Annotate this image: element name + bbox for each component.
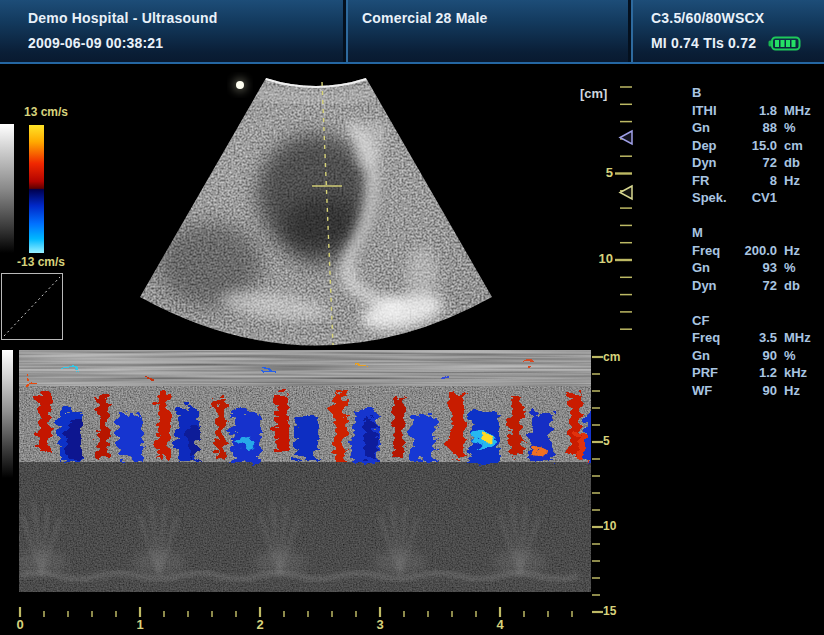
- param-label: Gn: [692, 119, 739, 137]
- param-row: ITHI 1.8 MHz: [692, 102, 820, 120]
- param-value: 90: [739, 382, 777, 400]
- velocity-min-label: -13 cm/s: [17, 255, 65, 269]
- battery-level-icon: [768, 36, 801, 51]
- focus-marker-icon[interactable]: [620, 131, 632, 144]
- param-section-b: B ITHI 1.8 MHz Gn 88 %: [692, 84, 820, 207]
- param-label: Dyn: [692, 277, 739, 295]
- param-section-title: CF: [692, 312, 820, 330]
- param-unit: %: [784, 347, 796, 365]
- param-label: Gn: [692, 259, 739, 277]
- gray-curve-box: [1, 273, 63, 340]
- param-row: Dyn 72 db: [692, 277, 820, 295]
- param-unit: %: [784, 259, 796, 277]
- param-section-cf: CF Freq 3.5 MHz Gn 90 %: [692, 312, 820, 400]
- param-value: 8: [739, 172, 777, 190]
- param-section-title: B: [692, 84, 820, 102]
- param-label: Gn: [692, 347, 739, 365]
- header-bar: Demo Hospital - Ultrasound 2009-06-09 00…: [0, 0, 824, 64]
- param-label: Dep: [692, 137, 739, 155]
- param-label: Spek.: [692, 189, 739, 207]
- time-axis: [0, 606, 600, 620]
- param-row: Freq 3.5 MHz: [692, 329, 820, 347]
- param-unit: Hz: [784, 382, 800, 400]
- orientation-marker-dot: [233, 78, 247, 92]
- mmode-depth-axis: [590, 348, 618, 620]
- param-row: Dep 15.0 cm: [692, 137, 820, 155]
- param-unit: MHz: [784, 102, 811, 120]
- bmode-ruler-label-5: 5: [588, 165, 613, 180]
- time-label-2: 2: [252, 617, 268, 632]
- param-unit: kHz: [784, 364, 807, 382]
- param-value: CV1: [739, 189, 777, 207]
- header-section-patient: Comercial 28 Male: [343, 0, 628, 62]
- param-row: WF 90 Hz: [692, 382, 820, 400]
- mmode-image: [19, 350, 591, 610]
- focus-marker-icon[interactable]: [620, 186, 632, 199]
- bmode-depth-ruler: [612, 80, 638, 336]
- color-doppler-bar: [29, 125, 44, 253]
- param-row: Spek. CV1: [692, 189, 820, 207]
- param-value: 15.0: [739, 137, 777, 155]
- param-value: 90: [739, 347, 777, 365]
- param-unit: db: [784, 277, 800, 295]
- bmode-ruler-label-10: 10: [588, 251, 613, 266]
- bmode-fan: [70, 64, 510, 360]
- ultrasound-screen: Demo Hospital - Ultrasound 2009-06-09 00…: [0, 0, 824, 635]
- param-unit: cm: [784, 137, 803, 155]
- time-label-4: 4: [492, 617, 508, 632]
- param-row: Gn 88 %: [692, 119, 820, 137]
- mmode-depth-label-cm: cm: [603, 350, 633, 364]
- parameter-panel: B ITHI 1.8 MHz Gn 88 %: [692, 84, 820, 417]
- param-value: 1.2: [739, 364, 777, 382]
- time-label-3: 3: [372, 617, 388, 632]
- param-section-title: M: [692, 224, 820, 242]
- param-row: Gn 90 %: [692, 347, 820, 365]
- param-unit: Hz: [784, 172, 800, 190]
- param-row: FR 8 Hz: [692, 172, 820, 190]
- param-value: 72: [739, 277, 777, 295]
- param-value: 200.0: [739, 242, 777, 260]
- param-label: ITHI: [692, 102, 739, 120]
- mmode-depth-label-10: 10: [603, 519, 633, 533]
- param-value: 72: [739, 154, 777, 172]
- param-label: Dyn: [692, 154, 739, 172]
- param-label: WF: [692, 382, 739, 400]
- param-unit: Hz: [784, 242, 800, 260]
- param-row: Dyn 72 db: [692, 154, 820, 172]
- mmode-nearfield-band: [19, 350, 591, 386]
- param-row: PRF 1.2 kHz: [692, 364, 820, 382]
- mmode-depth-label-15: 15: [603, 604, 633, 618]
- velocity-max-label: 13 cm/s: [24, 105, 68, 119]
- bmode-grayscale-bar: [0, 124, 14, 253]
- param-value: 3.5: [739, 329, 777, 347]
- param-unit: MHz: [784, 329, 811, 347]
- param-row: Freq 200.0 Hz: [692, 242, 820, 260]
- time-label-1: 1: [132, 617, 148, 632]
- param-value: 88: [739, 119, 777, 137]
- exam-datetime: 2009-06-09 00:38:21: [28, 35, 343, 51]
- param-unit: db: [784, 154, 800, 172]
- probe-preset: C3.5/60/80WSCX: [651, 10, 824, 26]
- param-label: Freq: [692, 242, 739, 260]
- param-section-m: M Freq 200.0 Hz Gn 93 %: [692, 224, 820, 294]
- param-label: PRF: [692, 364, 739, 382]
- acoustic-indices: MI 0.74 TIs 0.72: [651, 35, 756, 51]
- param-value: 1.8: [739, 102, 777, 120]
- header-section-probe: C3.5/60/80WSCX MI 0.74 TIs 0.72: [628, 0, 824, 62]
- bmode-ruler-unit: [cm]: [580, 86, 607, 101]
- param-row: Gn 93 %: [692, 259, 820, 277]
- param-value: 93: [739, 259, 777, 277]
- mmode-depth-label-5: 5: [603, 434, 633, 448]
- time-label-0: 0: [12, 617, 28, 632]
- param-label: FR: [692, 172, 739, 190]
- header-section-hospital: Demo Hospital - Ultrasound 2009-06-09 00…: [0, 0, 343, 62]
- param-unit: %: [784, 119, 796, 137]
- bmode-image: [70, 64, 510, 360]
- mmode-grayscale-bar: [2, 350, 13, 478]
- patient-info: Comercial 28 Male: [362, 10, 628, 26]
- param-label: Freq: [692, 329, 739, 347]
- hospital-name: Demo Hospital - Ultrasound: [28, 10, 343, 26]
- gray-curve-diagonal: [4, 277, 60, 336]
